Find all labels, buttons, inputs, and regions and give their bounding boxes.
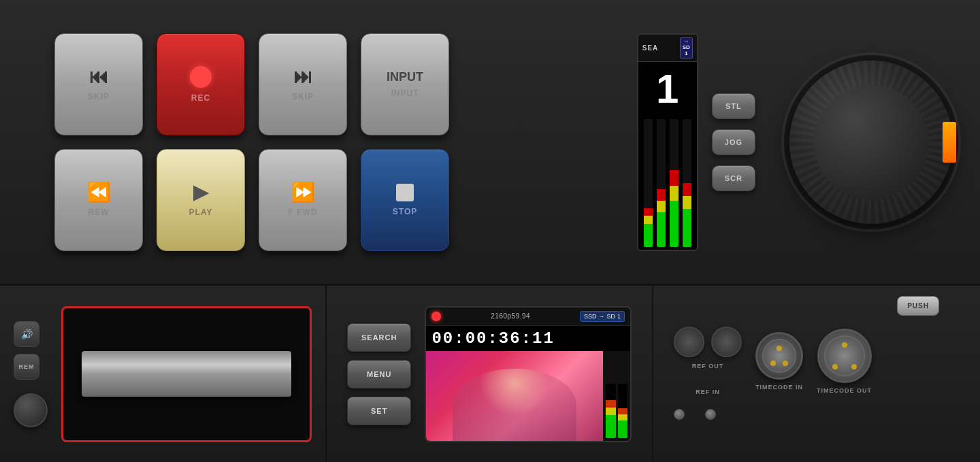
xlr-pins-timecode-out <box>826 337 864 375</box>
mini-screen-video <box>426 351 603 441</box>
button-grid: ⏮ SKIP REC ⏭ SKIP INPUT INPUT ⏪ REW ▶ <box>54 33 449 251</box>
set-button[interactable]: SET <box>347 397 411 425</box>
rew-icon: ⏪ <box>87 183 111 202</box>
ssd-arrow: → <box>598 313 604 320</box>
big-knob-container <box>789 61 953 224</box>
xlr-pins-timecode-in <box>764 340 795 372</box>
lcd-meters <box>638 116 697 250</box>
xlr-pin-out-3 <box>851 364 857 369</box>
knob-center <box>814 85 928 199</box>
rew-button[interactable]: ⏪ REW <box>54 149 143 251</box>
mini-screen: 2160p59.94 SSD → SD 1 00:00:36:11 <box>425 306 632 442</box>
side-buttons: STL JOG SCR <box>712 93 755 191</box>
rem-label: REM <box>19 363 35 370</box>
lcd-panel: SEA → SD 1 1 <box>637 33 698 251</box>
scr-button[interactable]: SCR <box>712 165 755 191</box>
timecode-display: 00:00:36:11 <box>426 326 630 351</box>
bottom-left-controls: 🔊 REM <box>14 321 48 427</box>
xlr-inner-timecode-in <box>762 339 796 373</box>
search-button[interactable]: SEARCH <box>347 323 411 352</box>
meter-bar-3 <box>670 119 679 247</box>
lcd-top: SEA → SD 1 <box>638 35 697 62</box>
bottom-section: 🔊 REM SEARCH MENU SET 2160p59.9 <box>0 286 980 462</box>
rec-label: REC <box>191 93 210 103</box>
orange-accent <box>943 122 956 163</box>
skip-fwd-button[interactable]: ⏭ SKIP <box>259 33 347 135</box>
tape-slot <box>61 306 312 442</box>
skip-fwd-icon: ⏭ <box>293 67 312 86</box>
ffwd-icon: ⏩ <box>291 183 315 202</box>
screw-2 <box>705 409 716 420</box>
meter-fill-1 <box>644 208 653 246</box>
xlr-pin-out-2 <box>832 364 838 369</box>
mini-meters <box>603 351 630 441</box>
volume-knob[interactable] <box>14 393 48 427</box>
input-button[interactable]: INPUT INPUT <box>361 33 449 135</box>
screw-1 <box>674 409 685 420</box>
mini-meter-2 <box>618 384 628 438</box>
play-button[interactable]: ▶ PLAY <box>157 149 245 251</box>
jog-button[interactable]: JOG <box>712 129 755 155</box>
ref-out-label: REF OUT <box>692 363 724 369</box>
lcd-sd-number: 1 <box>685 51 687 57</box>
right-panel: SEA → SD 1 1 <box>637 33 953 251</box>
ssd-label: SSD <box>584 313 597 320</box>
xlr-timecode-in <box>755 332 803 380</box>
meter-bar-1 <box>644 119 653 247</box>
mini-screen-top: 2160p59.94 SSD → SD 1 <box>426 308 630 326</box>
xlr-pin-3 <box>783 361 788 366</box>
rec-indicator <box>431 312 441 321</box>
main-container: ⏮ SKIP REC ⏭ SKIP INPUT INPUT ⏪ REW ▶ <box>0 0 980 462</box>
skip-back-button[interactable]: ⏮ SKIP <box>54 33 143 135</box>
ref-connectors <box>674 327 742 357</box>
lcd-sd-badge: → SD 1 <box>680 37 693 59</box>
meter-bar-4 <box>683 119 691 247</box>
ref-connector-2 <box>711 327 742 357</box>
stop-button[interactable]: STOP <box>361 149 449 251</box>
mini-meter-fill-1 <box>606 400 616 438</box>
lcd-number: 1 <box>638 62 697 116</box>
stop-icon <box>396 184 414 201</box>
timecode-in-connector: TIMECODE IN <box>755 332 803 391</box>
ref-connector-1 <box>674 327 704 357</box>
meter-fill-3 <box>670 170 679 247</box>
timecode-out-connector: TIMECODE OUT <box>817 329 872 394</box>
stl-button[interactable]: STL <box>712 93 755 119</box>
ref-in-label: REF IN <box>696 389 720 395</box>
xlr-inner-timecode-out <box>824 335 865 376</box>
play-icon: ▶ <box>193 183 208 202</box>
knob-section: STL JOG SCR <box>712 61 953 224</box>
big-knob[interactable] <box>789 61 953 224</box>
menu-button[interactable]: MENU <box>347 360 411 389</box>
lcd-search-label: SEA <box>642 44 659 52</box>
screws-area <box>674 409 960 420</box>
format-label: 2160p59.94 <box>491 312 530 320</box>
bottom-center: SEARCH MENU SET 2160p59.94 SSD → SD 1 00… <box>327 286 653 462</box>
rec-button[interactable]: REC <box>157 33 245 135</box>
rem-button[interactable]: REM <box>14 354 39 380</box>
stop-label: STOP <box>393 207 417 216</box>
rec-icon <box>190 66 212 88</box>
video-figure <box>453 369 576 441</box>
meter-bar-2 <box>657 119 666 247</box>
mini-meter-1 <box>606 384 616 438</box>
mini-meter-fill-2 <box>618 408 628 438</box>
ffwd-button[interactable]: ⏩ F FWD <box>259 149 347 251</box>
ssd-badge: SSD → SD 1 <box>580 311 625 322</box>
meter-fill-4 <box>683 183 691 247</box>
rew-label: REW <box>88 208 110 217</box>
input-label: INPUT <box>391 88 419 98</box>
timecode-out-label: TIMECODE OUT <box>817 387 872 394</box>
meter-fill-2 <box>657 189 666 246</box>
ref-out-group: REF OUT REF IN <box>674 327 742 395</box>
xlr-pin-1 <box>777 346 782 351</box>
speaker-icon: 🔊 <box>21 329 33 340</box>
speaker-button[interactable]: 🔊 <box>14 321 39 347</box>
bottom-left: 🔊 REM <box>0 286 327 462</box>
play-label: PLAY <box>189 208 213 217</box>
top-section: ⏮ SKIP REC ⏭ SKIP INPUT INPUT ⏪ REW ▶ <box>0 0 980 286</box>
xlr-pin-2 <box>770 361 776 366</box>
push-button[interactable]: PUSH <box>897 296 939 316</box>
bottom-right: PUSH REF OUT REF IN <box>653 286 980 462</box>
xlr-timecode-out <box>817 329 872 383</box>
